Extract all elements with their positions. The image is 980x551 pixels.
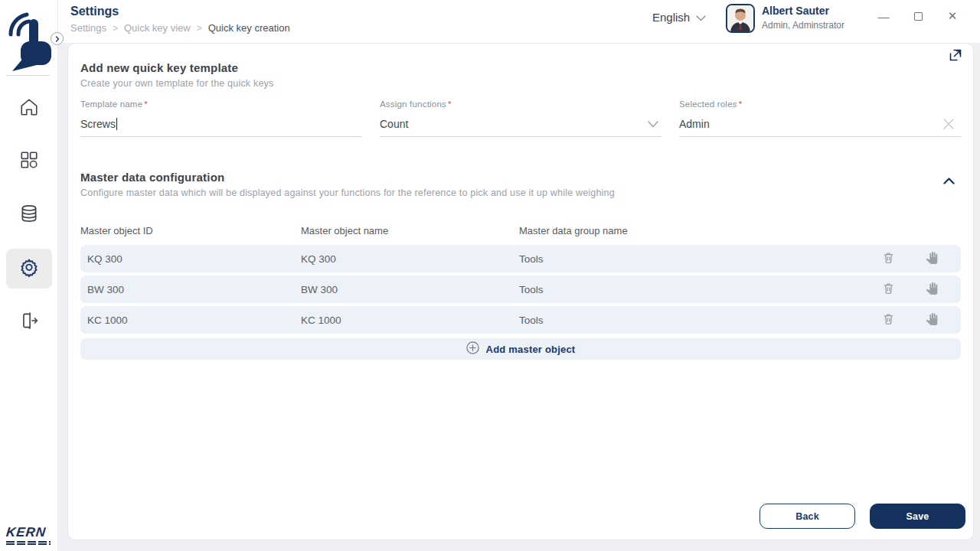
template-name-value: Screws	[80, 118, 116, 130]
breadcrumb-separator: >	[113, 23, 118, 34]
column-header-master-object-id: Master object ID	[80, 225, 301, 236]
sidebar-item-home[interactable]	[6, 89, 52, 129]
cell-master-object-id: KQ 300	[87, 253, 301, 265]
section-heading: Add new quick key template	[80, 61, 961, 74]
cell-master-data-group: Tools	[519, 253, 882, 265]
clear-roles-button[interactable]	[942, 118, 961, 130]
drag-row-button[interactable]	[926, 282, 938, 298]
database-icon	[19, 204, 39, 227]
required-marker: *	[739, 99, 743, 109]
column-header-master-object-name: Master object name	[301, 225, 519, 236]
chevron-down-icon	[648, 118, 662, 130]
window-close-button[interactable]: ✕	[946, 9, 959, 23]
assign-functions-select[interactable]: Count	[380, 111, 662, 137]
trash-icon	[882, 251, 895, 267]
chevron-up-icon	[943, 174, 955, 187]
required-marker: *	[448, 99, 452, 109]
collapse-section-button[interactable]	[943, 174, 955, 187]
sidebar-item-logout[interactable]	[6, 302, 52, 342]
breadcrumb: Settings > Quick key view > Quick key cr…	[70, 22, 290, 34]
window-maximize-button[interactable]	[911, 9, 925, 23]
trash-icon	[882, 312, 895, 328]
delete-row-button[interactable]	[882, 282, 895, 298]
template-name-field: Template name* Screws	[80, 99, 362, 137]
master-data-subheading: Configure master data which will be disp…	[80, 187, 615, 198]
home-icon	[19, 97, 39, 120]
avatar	[726, 4, 755, 33]
hand-icon	[926, 312, 938, 328]
language-selector[interactable]: English	[652, 11, 706, 24]
trash-icon	[882, 282, 895, 298]
master-data-table: KQ 300 KQ 300 Tools BW 300 BW 300 Tools	[80, 245, 961, 334]
cell-master-object-name: KC 1000	[301, 315, 519, 326]
logout-icon	[19, 311, 39, 334]
required-marker: *	[144, 99, 148, 109]
cell-master-object-id: BW 300	[87, 284, 301, 295]
assign-functions-value: Count	[380, 118, 408, 130]
template-form-row: Template name* Screws Assign functions* …	[80, 99, 961, 137]
add-master-object-label: Add master object	[486, 344, 576, 355]
drag-row-button[interactable]	[926, 251, 938, 267]
kern-brand-logo: KERN	[6, 525, 51, 545]
cell-master-object-name: KQ 300	[301, 253, 519, 265]
selected-roles-select[interactable]: Admin	[679, 111, 961, 137]
selected-roles-label: Selected roles*	[679, 99, 961, 109]
table-row: KC 1000 KC 1000 Tools	[80, 306, 961, 334]
hand-icon	[926, 251, 938, 267]
back-button[interactable]: Back	[760, 504, 855, 529]
card-footer: Back Save	[760, 504, 965, 529]
kern-brand-text: KERN	[5, 525, 51, 540]
master-data-table-header: Master object ID Master object name Mast…	[80, 225, 961, 236]
dashboard-icon	[19, 150, 39, 173]
language-label: English	[652, 11, 690, 24]
hand-icon	[926, 282, 938, 298]
chevron-down-icon	[696, 11, 706, 24]
sidebar-divider	[6, 75, 50, 76]
delete-row-button[interactable]	[882, 312, 895, 328]
sidebar-expand-button[interactable]	[51, 32, 64, 45]
selected-roles-field: Selected roles* Admin	[679, 99, 961, 137]
cell-master-data-group: Tools	[519, 315, 882, 326]
kern-logo-underline	[6, 543, 51, 545]
sidebar: KERN	[0, 0, 58, 551]
table-row: BW 300 BW 300 Tools	[80, 276, 961, 303]
app-logo-touch-icon	[6, 9, 54, 72]
user-menu[interactable]: Albert Sauter Admin, Adminstrator	[726, 4, 844, 33]
template-name-input[interactable]: Screws	[80, 111, 362, 137]
master-data-section: Master data configuration Configure mast…	[80, 171, 961, 360]
settings-gear-icon	[19, 257, 39, 280]
plus-circle-icon	[466, 341, 479, 357]
sidebar-item-settings[interactable]	[6, 249, 52, 289]
template-name-label: Template name*	[80, 99, 362, 109]
breadcrumb-quick-key-creation: Quick key creation	[208, 22, 290, 34]
assign-functions-field: Assign functions* Count	[380, 99, 662, 137]
assign-functions-label: Assign functions*	[380, 99, 662, 109]
table-row: KQ 300 KQ 300 Tools	[80, 245, 961, 272]
breadcrumb-quick-key-view[interactable]: Quick key view	[124, 22, 191, 34]
user-name: Albert Sauter	[762, 5, 844, 17]
maximize-icon	[914, 12, 923, 21]
breadcrumb-settings[interactable]: Settings	[70, 22, 106, 34]
sidebar-item-master-data[interactable]	[6, 195, 52, 235]
add-template-section: Add new quick key template Create your o…	[80, 61, 961, 137]
expand-card-button[interactable]	[949, 48, 962, 65]
quick-key-creation-card: Add new quick key template Create your o…	[67, 43, 974, 540]
breadcrumb-separator: >	[197, 23, 202, 34]
cell-master-object-id: KC 1000	[87, 315, 301, 326]
drag-row-button[interactable]	[926, 312, 938, 328]
selected-roles-value: Admin	[679, 118, 710, 130]
top-header: Settings Settings > Quick key view > Qui…	[58, 0, 980, 43]
delete-row-button[interactable]	[882, 251, 895, 267]
add-master-object-button[interactable]: Add master object	[80, 338, 961, 360]
column-header-master-data-group-name: Master data group name	[519, 225, 961, 236]
page-title: Settings	[70, 5, 119, 18]
sidebar-item-dashboard[interactable]	[6, 142, 52, 181]
kern-logo-underline	[6, 541, 51, 543]
cell-master-object-name: BW 300	[301, 284, 519, 295]
cell-master-data-group: Tools	[519, 284, 882, 295]
text-cursor	[116, 118, 118, 130]
window-minimize-button[interactable]: —	[877, 9, 890, 23]
section-subheading: Create your own template for the quick k…	[80, 78, 961, 89]
master-data-heading: Master data configuration	[80, 171, 615, 184]
save-button[interactable]: Save	[870, 504, 965, 529]
